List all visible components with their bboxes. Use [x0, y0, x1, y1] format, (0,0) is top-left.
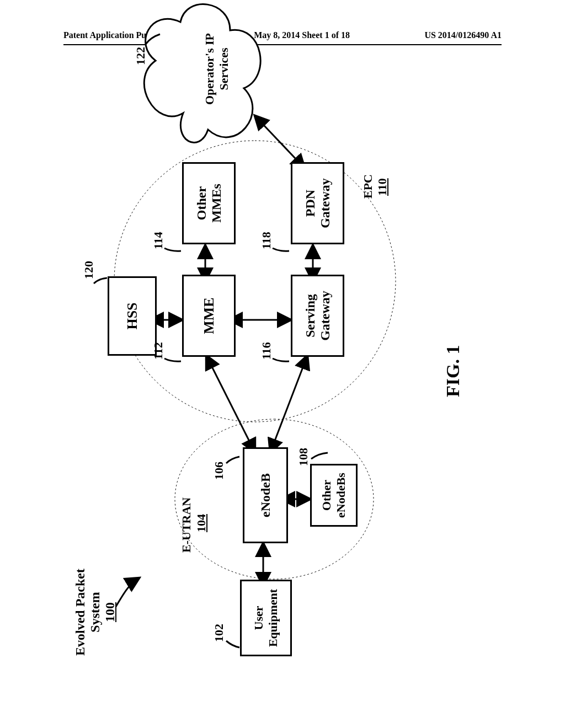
node-mme: MME [182, 275, 236, 357]
ref-114: 114 [151, 232, 166, 249]
oenb-l1: Other [319, 480, 334, 511]
ref-106-leader [226, 457, 239, 463]
header-rule [63, 44, 502, 45]
header-right: US 2014/0126490 A1 [424, 30, 502, 40]
sgw-l1: Serving [303, 294, 318, 338]
title-t1: Evolved Packet [73, 569, 87, 656]
title-t3: 100 [103, 602, 117, 622]
page-header: Patent Application Publication May 8, 20… [0, 30, 565, 40]
eutran-name: E-UTRAN [179, 497, 193, 553]
node-oenb: Other eNodeBs [310, 464, 358, 527]
cloud-l1: Operator's IP [202, 33, 216, 105]
ref-116-leader [273, 358, 289, 361]
ref-102-leader [226, 641, 239, 647]
cloud-text: Operator's IP Services [202, 28, 231, 110]
ref-114-leader [164, 248, 181, 251]
ref-118-leader [273, 248, 289, 251]
eutran-label: E-UTRAN [179, 497, 194, 553]
epc-label: EPC [361, 174, 375, 199]
node-omme: Other MMEs [182, 162, 236, 244]
enb-l1: eNodeB [258, 473, 273, 517]
ref-120: 120 [82, 261, 96, 279]
omme-l2: MMEs [209, 184, 224, 223]
diagram-stage: User Equipment eNodeB Other eNodeBs HSS … [73, 61, 492, 667]
arrow-enb-mme [206, 356, 255, 452]
mme-l1: MME [201, 297, 217, 334]
arrow-pgw-cloud [255, 116, 305, 168]
node-ue: User Equipment [240, 580, 292, 656]
omme-l1: Other [194, 186, 209, 220]
ref-106: 106 [212, 462, 226, 480]
oenb-l2: eNodeBs [334, 473, 348, 518]
title-t2: System [88, 592, 102, 632]
ref-118: 118 [259, 232, 274, 249]
ue-l2: Equipment [266, 589, 280, 647]
cloud-l2: Services [217, 48, 231, 90]
node-sgw: Serving Gateway [291, 275, 344, 357]
header-mid: May 8, 2014 Sheet 1 of 18 [254, 30, 350, 40]
arrow-enb-sgw [270, 356, 307, 452]
sgw-l2: Gateway [318, 291, 333, 341]
node-pgw: PDN Gateway [291, 162, 344, 244]
ref-116: 116 [259, 342, 274, 360]
pgw-l2: Gateway [318, 178, 333, 228]
ref-102: 102 [212, 624, 226, 642]
node-hss: HSS [108, 276, 157, 356]
ref-122: 122 [134, 47, 148, 65]
ref-108-leader [311, 453, 328, 459]
epc-name: EPC [361, 174, 375, 199]
ref-112: 112 [151, 342, 166, 360]
eutran-num: 104 [194, 514, 209, 532]
hss-l1: HSS [124, 302, 141, 329]
title-block: Evolved Packet System 100 [73, 563, 118, 662]
epc-num: 110 [375, 178, 390, 196]
wiring-svg [73, 61, 492, 667]
node-enb: eNodeB [243, 447, 288, 543]
fig-label: FIG. 1 [443, 345, 463, 397]
ue-l1: User [252, 606, 266, 630]
ref-112-leader [164, 358, 181, 361]
pgw-l1: PDN [303, 190, 318, 217]
title-swoosh [116, 578, 139, 607]
ref-108: 108 [296, 448, 311, 466]
